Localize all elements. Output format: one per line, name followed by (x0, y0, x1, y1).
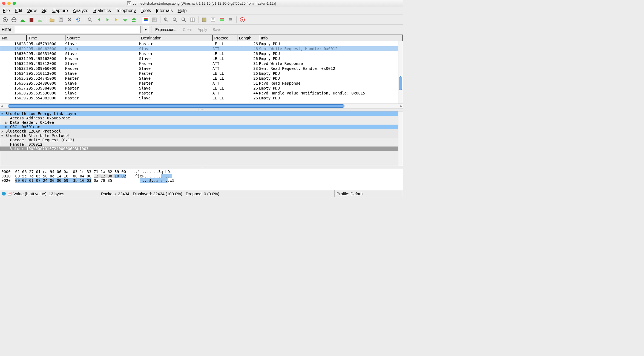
svg-rect-23 (220, 18, 224, 19)
svg-rect-9 (144, 19, 148, 20)
packet-row[interactable]: 16639 295.554082000 Master Slave LE LL26… (0, 96, 403, 101)
column-destination[interactable]: Destination (139, 35, 212, 41)
go-back-icon[interactable] (95, 16, 102, 23)
menu-tools[interactable]: Tools (141, 8, 151, 13)
close-file-icon[interactable] (66, 16, 73, 23)
auto-scroll-icon[interactable] (151, 16, 158, 23)
filter-clear-button[interactable]: Clear (181, 27, 194, 32)
find-packet-icon[interactable] (87, 16, 94, 23)
go-forward-icon[interactable] (104, 16, 111, 23)
packet-row[interactable]: 16633 295.509960000 Master Slave ATT33 S… (0, 66, 403, 71)
packet-list-vscroll[interactable] (398, 41, 403, 104)
minimize-window-button[interactable] (7, 2, 11, 5)
svg-point-6 (88, 18, 91, 21)
document-icon: X (127, 1, 131, 5)
zoom-in-icon[interactable] (163, 16, 170, 23)
packet-details-pane[interactable]: ▽ Bluetooth Low Energy Link Layer Access… (0, 111, 403, 166)
preferences-icon[interactable] (227, 16, 234, 23)
column-no[interactable]: No. (0, 35, 26, 41)
status-value: Value (btatt.value), 13 bytes (13, 191, 64, 196)
svg-point-28 (242, 19, 243, 21)
stop-capture-icon[interactable] (28, 16, 35, 23)
status-packets: Packets: 22434 · Displayed: 22434 (100.0… (99, 190, 335, 197)
svg-rect-8 (144, 18, 148, 19)
restart-capture-icon[interactable] (37, 16, 44, 23)
packet-row[interactable]: 16637 295.539384000 Master Slave LE LL26… (0, 86, 403, 91)
go-first-icon[interactable] (122, 16, 129, 23)
zoom-reset-icon[interactable]: 1:1 (180, 16, 187, 23)
packet-row[interactable]: 16632 295.495312000 Slave Master ATT31 R… (0, 61, 403, 66)
coloring-rules-icon[interactable] (218, 16, 225, 23)
main-toolbar: 1:1 (0, 15, 403, 25)
menu-edit[interactable]: Edit (15, 8, 22, 13)
filter-label: Filter: (2, 27, 13, 32)
open-file-icon[interactable] (48, 16, 56, 23)
packet-list-hscroll[interactable]: ◂ ▸ (0, 104, 403, 108)
filter-expression-button[interactable]: Expression... (154, 27, 179, 32)
tree-opcode[interactable]: Opcode: Write Request (0x12) (0, 138, 403, 142)
column-protocol[interactable]: Protocol (212, 35, 237, 41)
filter-save-button[interactable]: Save (211, 27, 223, 32)
zoom-out-icon[interactable] (171, 16, 179, 23)
menu-capture[interactable]: Capture (52, 8, 68, 13)
close-window-button[interactable] (2, 2, 5, 5)
expert-info-icon[interactable] (2, 192, 6, 196)
details-vscroll[interactable] (398, 111, 403, 166)
packet-row[interactable]: 16630 295.480631000 Slave Master LE LL26… (0, 51, 403, 56)
tree-ble-link-layer[interactable]: ▽ Bluetooth Low Energy Link Layer (0, 111, 403, 116)
tree-l2cap[interactable]: ▷ Bluetooth L2CAP Protocol (0, 129, 403, 133)
menu-statistics[interactable]: Statistics (93, 8, 111, 13)
annotations-icon[interactable] (7, 191, 12, 196)
tree-access-address[interactable]: Access Address: 0x50657d5e (0, 116, 403, 120)
save-file-icon[interactable] (57, 16, 64, 23)
tree-crc[interactable]: ▷ CRC: 0x501eac (0, 125, 403, 129)
reload-icon[interactable] (75, 16, 82, 23)
packet-list-pane[interactable]: No. Time Source Destination Protocol Len… (0, 35, 403, 108)
menu-go[interactable]: Go (42, 8, 47, 13)
packet-bytes-pane[interactable]: 0000 01 06 27 01 ca 94 06 0a 03 1c 33 71… (0, 169, 403, 190)
packet-row[interactable]: 16629 295.480482000 Master Slave ATT46 S… (0, 46, 403, 51)
status-profile[interactable]: Profile: Default (335, 190, 403, 197)
packet-row[interactable]: 16635 295.524745000 Master Slave LE LL26… (0, 76, 403, 81)
display-filters-icon[interactable] (209, 16, 217, 23)
tree-handle[interactable]: Handle: 0x0012 (0, 142, 403, 147)
packet-row[interactable]: 16628 295.465791000 Slave Master LE LL26… (0, 41, 403, 47)
filter-input[interactable] (15, 26, 141, 33)
packet-row[interactable]: 16638 295.539536000 Slave Master ATT44 R… (0, 91, 403, 96)
column-info[interactable]: Info (259, 35, 403, 41)
tree-value[interactable]: Value: 1002000701072400000693b1003 (0, 147, 403, 151)
column-source[interactable]: Source (65, 35, 139, 41)
packet-row[interactable]: 16631 295.495162000 Master Slave LE LL26… (0, 56, 403, 61)
menu-view[interactable]: View (27, 8, 36, 13)
menu-analyze[interactable]: Analyze (73, 8, 88, 13)
column-time[interactable]: Time (26, 35, 65, 41)
svg-rect-5 (60, 18, 62, 19)
column-length[interactable]: Length (237, 35, 259, 41)
help-icon[interactable] (239, 16, 246, 23)
options-icon[interactable] (10, 16, 18, 23)
go-to-packet-icon[interactable] (113, 16, 120, 23)
menu-file[interactable]: File (3, 8, 10, 13)
svg-rect-11 (153, 18, 156, 22)
packet-row[interactable]: 16634 295.510112000 Slave Master LE LL26… (0, 71, 403, 76)
colorize-icon[interactable] (142, 16, 149, 23)
menu-help[interactable]: Help (178, 8, 187, 13)
svg-text:1:1: 1:1 (182, 18, 185, 20)
tree-att[interactable]: ▽ Bluetooth Attribute Protocol (0, 133, 403, 138)
go-last-icon[interactable] (130, 16, 137, 23)
zoom-window-button[interactable] (13, 2, 16, 5)
svg-rect-21 (202, 18, 206, 22)
menu-internals[interactable]: Internals (156, 8, 173, 13)
svg-point-26 (231, 19, 232, 20)
filter-apply-button[interactable]: Apply (196, 27, 209, 32)
svg-rect-3 (30, 18, 33, 22)
filter-dropdown-button[interactable]: ▾ (143, 26, 149, 33)
resize-columns-icon[interactable] (189, 16, 196, 23)
packet-row[interactable]: 16636 295.524896000 Slave Master ATT51 R… (0, 81, 403, 86)
tree-data-header[interactable]: ▷ Data Header: 0x140e (0, 120, 403, 125)
interfaces-icon[interactable] (2, 16, 9, 23)
start-capture-icon[interactable] (19, 16, 26, 23)
menu-telephony[interactable]: Telephony (116, 8, 136, 13)
window-title: connect-shake-strobe.pcapng [Wireshark 1… (133, 1, 276, 5)
capture-filters-icon[interactable] (201, 16, 208, 23)
